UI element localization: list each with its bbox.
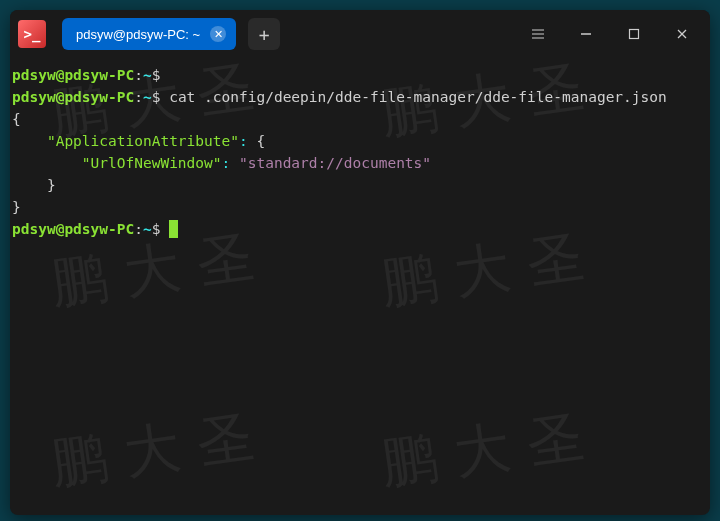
watermark: 鹏大圣	[380, 243, 603, 296]
window-controls	[518, 14, 702, 54]
prompt-sep: :	[134, 67, 143, 83]
watermark: 鹏大圣	[50, 243, 273, 296]
output-line: "UrlOfNewWindow": "standard://documents"	[12, 152, 708, 174]
close-icon	[675, 27, 689, 41]
terminal-window: >_ pdsyw@pdsyw-PC: ~ ✕ +	[10, 10, 710, 515]
prompt-symbol: $	[152, 221, 161, 237]
prompt-line: pdsyw@pdsyw-PC:~$	[12, 64, 708, 86]
watermark: 鹏大圣	[380, 423, 603, 476]
maximize-icon	[627, 27, 641, 41]
new-tab-button[interactable]: +	[248, 18, 280, 50]
terminal-app-icon: >_	[18, 20, 46, 48]
prompt-line: pdsyw@pdsyw-PC:~$ cat .config/deepin/dde…	[12, 86, 708, 108]
plus-icon: +	[259, 24, 270, 45]
prompt-sep: :	[134, 221, 143, 237]
output-line: }	[12, 174, 708, 196]
prompt-symbol: $	[152, 67, 161, 83]
output-line: "ApplicationAttribute": {	[12, 130, 708, 152]
menu-button[interactable]	[518, 14, 558, 54]
prompt-cwd: ~	[143, 67, 152, 83]
tab-close-icon[interactable]: ✕	[210, 26, 226, 42]
prompt-line: pdsyw@pdsyw-PC:~$	[12, 218, 708, 240]
maximize-button[interactable]	[614, 14, 654, 54]
prompt-cwd: ~	[143, 89, 152, 105]
output-line: }	[12, 196, 708, 218]
prompt-sep: :	[134, 89, 143, 105]
watermark: 鹏大圣	[50, 423, 273, 476]
cursor	[169, 220, 178, 238]
prompt-user: pdsyw@pdsyw-PC	[12, 67, 134, 83]
command-text: cat .config/deepin/dde-file-manager/dde-…	[169, 89, 667, 105]
svg-rect-4	[630, 30, 639, 39]
titlebar: >_ pdsyw@pdsyw-PC: ~ ✕ +	[10, 10, 710, 58]
prompt-user: pdsyw@pdsyw-PC	[12, 221, 134, 237]
output-line: {	[12, 108, 708, 130]
minimize-icon	[579, 27, 593, 41]
hamburger-icon	[531, 27, 545, 41]
tab-active[interactable]: pdsyw@pdsyw-PC: ~ ✕	[62, 18, 236, 50]
terminal-body[interactable]: 鹏大圣 鹏大圣 鹏大圣 鹏大圣 鹏大圣 鹏大圣 pdsyw@pdsyw-PC:~…	[10, 58, 710, 515]
close-button[interactable]	[662, 14, 702, 54]
prompt-symbol: $	[152, 89, 161, 105]
prompt-user: pdsyw@pdsyw-PC	[12, 89, 134, 105]
tab-label: pdsyw@pdsyw-PC: ~	[76, 27, 200, 42]
minimize-button[interactable]	[566, 14, 606, 54]
prompt-cwd: ~	[143, 221, 152, 237]
